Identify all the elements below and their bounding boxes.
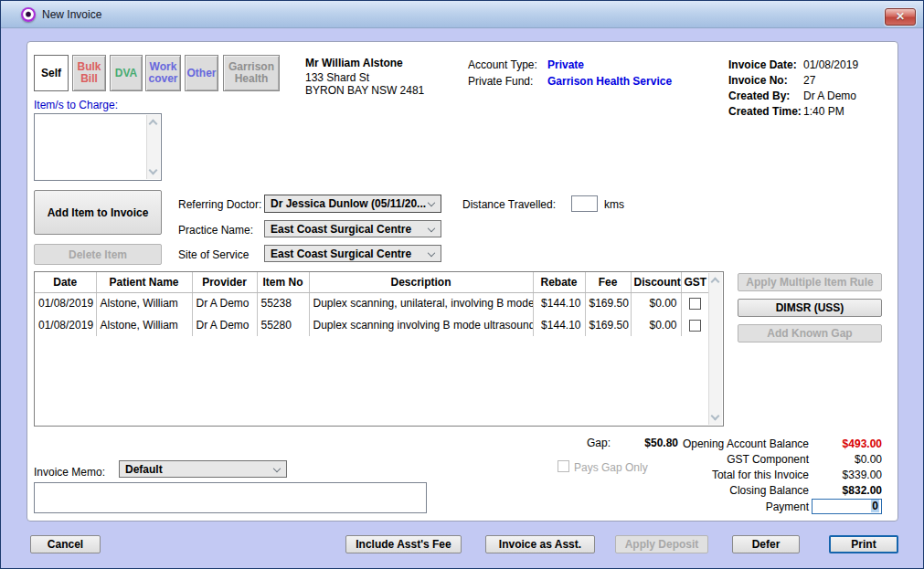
col-header-discount[interactable]: Discount [631,272,681,292]
invoice-no-value: 27 [803,74,815,87]
gst-component-row: GST Component $0.00 [642,452,882,466]
payment-input[interactable]: 0 [812,499,882,514]
add-known-gap-button[interactable]: Add Known Gap [738,324,882,342]
distance-travelled-input[interactable] [571,195,598,212]
created-time-label: Created Time: [728,105,802,118]
created-by-value: Dr A Demo [803,90,856,102]
apply-deposit-button[interactable]: Apply Deposit [615,535,708,553]
print-button[interactable]: Print [829,535,898,553]
listbox-scrollbar[interactable] [146,115,160,179]
scroll-up-icon[interactable] [711,278,720,287]
closing-balance-row: Closing Balance $832.00 [642,483,882,497]
patient-name: Mr William Alstone [305,57,403,69]
col-header-rebate[interactable]: Rebate [533,272,585,292]
private-fund-label: Private Fund: [468,75,533,88]
include-assts-fee-button[interactable]: Include Asst's Fee [345,535,462,553]
distance-unit-label: kms [604,198,624,211]
opening-balance-label: Opening Account Balance [683,437,809,450]
tab-dva[interactable]: DVA [110,55,143,91]
tab-self[interactable]: Self [34,55,69,91]
practice-name-select[interactable]: East Coast Surgical Centre [264,220,441,237]
add-item-to-invoice-button[interactable]: Add Item to Invoice [34,190,162,235]
chevron-down-icon [428,199,435,206]
gst-checkbox[interactable] [689,320,701,332]
distance-travelled-label: Distance Travelled: [462,198,556,211]
invoice-memo-textarea[interactable] [34,482,427,513]
pays-gap-only-label: Pays Gap Only [574,461,648,474]
closing-balance-value: $832.00 [809,484,882,497]
defer-button[interactable]: Defer [732,535,800,553]
col-header-item-no[interactable]: Item No [257,272,309,292]
cancel-button[interactable]: Cancel [30,535,101,553]
closing-balance-label: Closing Balance [729,484,809,497]
referring-doctor-select[interactable]: Dr Jessica Dunlow (05/11/20... [264,195,441,213]
table-row[interactable]: 01/08/2019 Alstone, William Dr A Demo 55… [35,314,708,336]
tab-work-cover[interactable]: Work cover [145,55,181,91]
delete-item-button[interactable]: Delete Item [34,244,162,265]
new-invoice-dialog: New Invoice ✕ Self Bulk Bill DVA Work co… [0,0,924,569]
invoice-total-value: $339.00 [809,469,882,481]
account-type-value: Private [547,58,584,71]
tab-other[interactable]: Other [185,55,218,91]
invoice-as-asst-button[interactable]: Invoice as Asst. [485,535,595,553]
apply-multiple-item-rule-button[interactable]: Apply Multiple Item Rule [738,273,882,291]
invoice-date-label: Invoice Date: [728,58,797,71]
private-fund-value: Garrison Health Service [547,75,672,88]
invoice-items-table: Date Patient Name Provider Item No Descr… [34,271,724,427]
payment-label: Payment [642,501,809,513]
table-scrollbar[interactable] [708,273,722,425]
col-header-patient-name[interactable]: Patient Name [96,272,192,292]
patient-address-line2: BYRON BAY NSW 2481 [305,84,424,97]
col-header-date[interactable]: Date [35,272,96,292]
tab-garrison-health[interactable]: Garrison Health [223,55,280,91]
col-header-gst[interactable]: GST [681,272,708,292]
invoice-memo-select[interactable]: Default [119,460,287,478]
scroll-down-icon[interactable] [149,166,158,175]
col-header-description[interactable]: Description [309,272,533,292]
tab-bulk-bill[interactable]: Bulk Bill [72,55,106,91]
opening-balance-row: Opening Account Balance $493.00 [642,437,882,450]
account-type-label: Account Type: [468,58,537,71]
referring-doctor-label: Referring Doctor: [178,198,261,211]
pays-gap-only-checkbox[interactable] [558,460,569,472]
site-of-service-label: Site of Service [178,248,249,261]
created-by-label: Created By: [728,90,790,102]
app-icon [21,7,36,22]
title-bar: New Invoice ✕ [1,1,923,28]
created-time-value: 1:40 PM [803,105,844,118]
items-to-charge-listbox[interactable] [34,113,162,181]
site-of-service-select[interactable]: East Coast Surgical Centre [264,245,441,262]
dimsr-uss-button[interactable]: DIMSR (USS) [738,299,882,317]
chevron-down-icon [428,248,435,256]
table-header-row: Date Patient Name Provider Item No Descr… [35,272,708,292]
invoice-total-label: Total for this Invoice [712,469,809,481]
gst-checkbox[interactable] [689,298,701,310]
patient-address-line1: 133 Shard St [305,71,369,84]
scroll-up-icon[interactable] [149,120,158,129]
invoice-panel: Self Bulk Bill DVA Work cover Other Garr… [27,41,898,522]
invoice-total-row: Total for this Invoice $339.00 [642,468,882,481]
invoice-no-label: Invoice No: [728,74,788,87]
scroll-down-icon[interactable] [711,412,720,421]
chevron-down-icon [273,464,281,471]
invoice-date-value: 01/08/2019 [803,58,858,71]
window-title: New Invoice [42,8,101,21]
gst-component-value: $0.00 [809,453,882,466]
invoice-memo-label: Invoice Memo: [34,466,105,479]
payment-value: 0 [871,500,879,512]
chevron-down-icon [428,224,435,231]
col-header-provider[interactable]: Provider [192,272,257,292]
opening-balance-value: $493.00 [809,437,882,450]
practice-name-label: Practice Name: [178,224,253,237]
col-header-fee[interactable]: Fee [585,272,631,292]
gst-component-label: GST Component [727,453,809,466]
close-button[interactable]: ✕ [885,8,916,26]
items-to-charge-label: Item/s to Charge: [34,99,118,111]
table-row[interactable]: 01/08/2019 Alstone, William Dr A Demo 55… [35,292,708,314]
close-icon: ✕ [896,10,905,23]
